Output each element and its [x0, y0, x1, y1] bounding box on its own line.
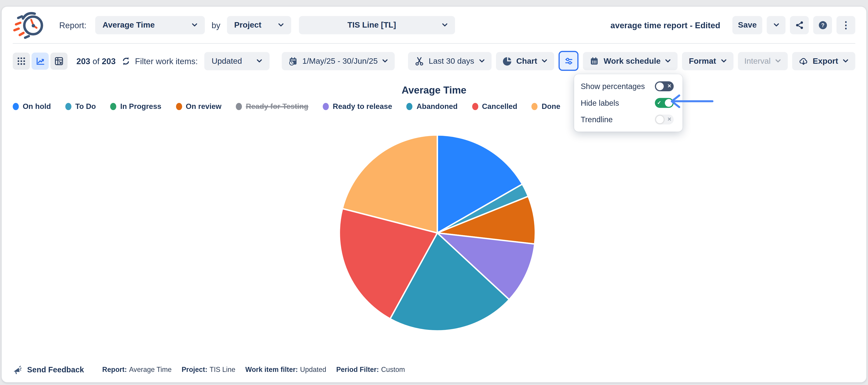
report-type-dropdown[interactable]: Average Time [95, 16, 205, 34]
export-dropdown[interactable]: Export [792, 52, 855, 70]
legend-swatch [323, 103, 329, 110]
toggle-knob [656, 116, 664, 123]
popup-row-show-percentages: Show percentages✕ [574, 78, 683, 94]
toggle-knob [656, 83, 664, 90]
legend-label: On review [186, 102, 221, 111]
legend-label: Done [541, 102, 560, 111]
legend-label: Abandoned [416, 102, 458, 111]
format-dropdown[interactable]: Format [682, 52, 733, 70]
popup-row-label: Trendline [581, 115, 613, 124]
annotation-arrow [667, 94, 716, 109]
pivot-table-icon [54, 56, 64, 66]
chevron-down-icon [541, 59, 548, 63]
legend-swatch [532, 103, 538, 110]
scope-value: TIS Line [TL] [306, 21, 437, 29]
legend-label: On hold [23, 102, 51, 111]
chevron-down-icon [842, 59, 848, 63]
format-label: Format [689, 57, 716, 65]
sliders-icon [564, 56, 574, 66]
work-item-filter-dropdown[interactable]: Updated [204, 52, 270, 70]
cross-icon: ✕ [667, 117, 671, 122]
legend-item-ready-to-release[interactable]: Ready to release [323, 102, 392, 111]
legend-item-cancelled[interactable]: Cancelled [472, 102, 517, 111]
app-stage: Report: Average Time by Project TIS Line… [0, 0, 868, 385]
report-card: Report: Average Time by Project TIS Line… [2, 6, 866, 382]
chart-settings-button[interactable] [559, 51, 579, 71]
trendline-toggle[interactable]: ✕ [655, 115, 674, 125]
count-of: of [92, 56, 99, 66]
chart-type-dropdown[interactable]: Chart [496, 52, 554, 70]
legend-swatch [407, 103, 413, 110]
work-schedule-dropdown[interactable]: Work schedule [583, 52, 678, 70]
pie-svg [338, 133, 537, 332]
save-button[interactable]: Save [733, 16, 762, 34]
view-switcher [13, 52, 67, 69]
group-by-dropdown[interactable]: Project [227, 16, 291, 34]
megaphone-icon [13, 365, 22, 374]
export-label: Export [813, 57, 838, 65]
legend-item-in-progress[interactable]: In Progress [110, 102, 161, 111]
pie-chart-icon [502, 56, 512, 66]
more-options-button[interactable]: ⋮ [836, 16, 855, 34]
chevron-down-icon [256, 59, 262, 63]
date-range-button[interactable]: 1/May/25 - 30/Jun/25 [282, 52, 395, 70]
legend-item-on-review[interactable]: On review [176, 102, 221, 111]
chevron-down-icon [773, 23, 779, 27]
legend-item-abandoned[interactable]: Abandoned [407, 102, 458, 111]
legend-label: To Do [75, 102, 96, 111]
chevron-down-icon [478, 59, 485, 63]
grid-view-button[interactable] [13, 52, 30, 69]
help-icon: ? [818, 20, 827, 30]
chart-view-button[interactable] [32, 52, 49, 69]
footer-meta-label: Work item filter: [245, 366, 298, 374]
send-feedback-button[interactable]: Send Feedback [13, 365, 84, 374]
chevron-down-icon [192, 23, 198, 27]
show-percentages-toggle[interactable]: ✕ [655, 81, 674, 91]
footer-meta-value: Updated [300, 366, 327, 374]
grid-icon [17, 56, 26, 66]
calendar-icon [590, 56, 599, 66]
chart-type-label: Chart [516, 57, 537, 65]
legend-item-ready-for-testing[interactable]: Ready for Testing [236, 102, 308, 111]
footer-meta-value: Average Time [129, 366, 172, 374]
report-label: Report: [59, 20, 86, 30]
pivot-view-button[interactable] [51, 52, 68, 69]
refresh-icon[interactable] [121, 56, 131, 66]
legend-label: Ready for Testing [246, 102, 309, 111]
interval-label: Interval [744, 57, 771, 65]
legend-swatch [65, 103, 71, 110]
toolbar-right-group: Chart [496, 51, 855, 71]
popup-row-label: Show percentages [581, 82, 645, 91]
period-preset-value: Last 30 days [429, 57, 474, 65]
pie-chart [338, 133, 537, 332]
footer-meta-label: Project: [182, 366, 207, 374]
filter-work-items-label: Filter work items: [135, 56, 198, 66]
work-items-count: 203 of 203 [76, 56, 116, 66]
scope-dropdown[interactable]: TIS Line [TL] [299, 16, 455, 34]
line-chart-icon [35, 56, 45, 66]
period-preset-button[interactable]: Last 30 days [408, 52, 491, 70]
legend-swatch [472, 103, 478, 110]
legend-item-to-do[interactable]: To Do [65, 102, 96, 111]
chevron-down-icon [720, 59, 726, 63]
legend-label: Cancelled [482, 102, 517, 111]
chevron-down-icon [382, 59, 388, 63]
chevron-down-icon [278, 23, 284, 27]
share-icon [795, 20, 804, 30]
help-button[interactable]: ? [813, 16, 832, 34]
legend-item-on-hold[interactable]: On hold [13, 102, 51, 111]
chevron-down-icon [775, 59, 781, 63]
svg-text:?: ? [821, 22, 825, 28]
chevron-down-icon [442, 23, 448, 27]
footer-meta-report-: Report:Average Time [102, 366, 172, 374]
legend-swatch [13, 103, 19, 110]
legend-item-done[interactable]: Done [532, 102, 560, 111]
share-button[interactable] [790, 16, 809, 34]
count-total: 203 [102, 56, 116, 66]
footer-meta-label: Period Filter: [336, 366, 379, 374]
work-schedule-label: Work schedule [604, 57, 661, 65]
footer-bar: Send Feedback Report:Average TimeProject… [2, 357, 866, 383]
by-label: by [212, 20, 220, 30]
save-options-button[interactable] [767, 16, 785, 34]
legend-label: In Progress [120, 102, 161, 111]
